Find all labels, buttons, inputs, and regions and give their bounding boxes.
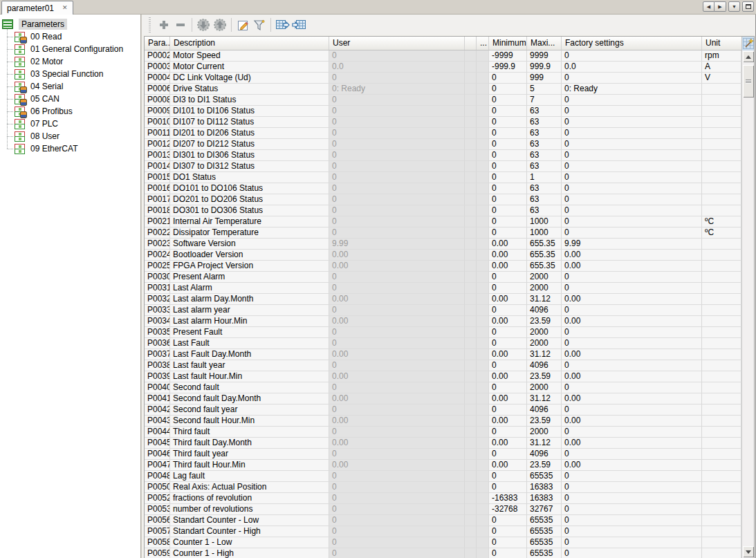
cell-param[interactable]: P0044 bbox=[145, 427, 170, 438]
table-row[interactable]: P0042 Second fault year 0 0 4096 0 bbox=[145, 404, 741, 416]
read-from-device-button[interactable] bbox=[212, 17, 228, 33]
cell-unit[interactable] bbox=[702, 150, 741, 161]
cell-description[interactable]: DI301 to DI306 Status bbox=[170, 150, 329, 161]
cell-unit[interactable] bbox=[702, 250, 741, 261]
table-row[interactable]: P0057 Standart Counter - High 0 0 65535 … bbox=[145, 526, 741, 537]
cell-unit[interactable] bbox=[702, 404, 741, 416]
tree-item-04-serial[interactable]: 04 Serial bbox=[0, 80, 140, 93]
cell-user[interactable]: 0 bbox=[329, 360, 465, 371]
cell-param[interactable]: P0045 bbox=[145, 438, 170, 449]
table-row[interactable]: P0025 FPGA Project Version 0.00 0.00 655… bbox=[145, 261, 741, 272]
cell-user[interactable]: 0 bbox=[329, 449, 465, 460]
cell-param[interactable]: P0025 bbox=[145, 261, 170, 272]
table-row[interactable]: P0035 Present Fault 0 0 2000 0 bbox=[145, 327, 741, 338]
cell-minimum[interactable]: 0 bbox=[489, 327, 527, 338]
cell-description[interactable]: Software Version bbox=[170, 239, 329, 250]
table-row[interactable]: P0032 Last alarm Day.Month 0.00 0.00 31.… bbox=[145, 294, 741, 305]
cell-factory-settings[interactable]: 0 bbox=[562, 117, 702, 128]
cell-minimum[interactable]: 0 bbox=[489, 449, 527, 460]
cell-factory-settings[interactable]: 0 bbox=[562, 305, 702, 316]
cell-options[interactable] bbox=[477, 227, 489, 239]
cell-param[interactable]: P0034 bbox=[145, 316, 170, 327]
cell-description[interactable]: Second fault Hour.Min bbox=[170, 416, 329, 427]
cell-factory-settings[interactable]: 0 bbox=[562, 161, 702, 172]
cell-factory-settings[interactable]: 0 bbox=[562, 537, 702, 548]
cell-unit[interactable] bbox=[702, 172, 741, 183]
cell-description[interactable]: Present Alarm bbox=[170, 272, 329, 283]
cell-factory-settings[interactable]: 0.00 bbox=[562, 416, 702, 427]
cell-description[interactable]: Last alarm Day.Month bbox=[170, 294, 329, 305]
cell-unit[interactable] bbox=[702, 515, 741, 526]
cell-user[interactable]: 0.00 bbox=[329, 416, 465, 427]
cell-factory-settings[interactable]: 0 bbox=[562, 382, 702, 393]
cell-minimum[interactable]: 0 bbox=[489, 194, 527, 205]
cell-user[interactable]: 0 bbox=[329, 471, 465, 482]
cell-description[interactable]: DI307 to DI312 Status bbox=[170, 161, 329, 172]
cell-maximum[interactable]: 31.12 bbox=[527, 393, 562, 404]
cell-factory-settings[interactable]: 0 bbox=[562, 50, 702, 62]
cell-factory-settings[interactable]: 0.00 bbox=[562, 250, 702, 261]
cell-description[interactable]: Third fault bbox=[170, 427, 329, 438]
cell-factory-settings[interactable]: 0 bbox=[562, 106, 702, 117]
cell-options[interactable] bbox=[477, 316, 489, 327]
cell-unit[interactable] bbox=[702, 460, 741, 471]
cell-unit[interactable] bbox=[702, 382, 741, 393]
cell-description[interactable]: Drive Status bbox=[170, 84, 329, 95]
cell-factory-settings[interactable]: 0 bbox=[562, 227, 702, 239]
table-row[interactable]: P0056 Standart Counter - Low 0 0 65535 0 bbox=[145, 515, 741, 526]
table-row[interactable]: P0003 Motor Current 0.0 -999.9 999.9 0.0… bbox=[145, 62, 741, 73]
table-row[interactable]: P0038 Last fault year 0 0 4096 0 bbox=[145, 360, 741, 371]
cell-factory-settings[interactable]: 0 bbox=[562, 95, 702, 106]
cell-user[interactable]: 0.00 bbox=[329, 371, 465, 382]
tree-item-06-profibus[interactable]: 06 Profibus bbox=[0, 105, 140, 118]
cell-options[interactable] bbox=[477, 50, 489, 62]
column-header-param[interactable]: Para... bbox=[145, 37, 170, 50]
cell-factory-settings[interactable]: 0.00 bbox=[562, 316, 702, 327]
cell-options[interactable] bbox=[477, 515, 489, 526]
cell-description[interactable]: Standart Counter - High bbox=[170, 526, 329, 537]
tree-item-01-general-configuration[interactable]: 01 General Configuration bbox=[0, 43, 140, 55]
cell-factory-settings[interactable]: 0 bbox=[562, 283, 702, 294]
cell-unit[interactable] bbox=[702, 416, 741, 427]
cell-user[interactable]: 0 bbox=[329, 327, 465, 338]
cell-user[interactable]: 0 bbox=[329, 73, 465, 84]
cell-maximum[interactable]: 63 bbox=[527, 150, 562, 161]
tab-parameter01[interactable]: parameter01 ✕ bbox=[1, 1, 73, 15]
table-row[interactable]: P0036 Last Fault 0 0 2000 0 bbox=[145, 338, 741, 349]
cell-minimum[interactable]: 0 bbox=[489, 117, 527, 128]
column-header-factory[interactable]: Factory settings bbox=[562, 37, 702, 50]
cell-maximum[interactable]: 1000 bbox=[527, 227, 562, 239]
cell-factory-settings[interactable]: 0 bbox=[562, 471, 702, 482]
cell-maximum[interactable]: 63 bbox=[527, 106, 562, 117]
column-header-min[interactable]: Minimum bbox=[489, 37, 527, 50]
cell-maximum[interactable]: 655.35 bbox=[527, 250, 562, 261]
cell-options[interactable] bbox=[477, 349, 489, 360]
cell-factory-settings[interactable]: 0 bbox=[562, 504, 702, 515]
cell-maximum[interactable]: 63 bbox=[527, 139, 562, 150]
cell-unit[interactable] bbox=[702, 338, 741, 349]
cell-maximum[interactable]: 2000 bbox=[527, 427, 562, 438]
table-row[interactable]: P0024 Bootloader Version 0.00 0.00 655.3… bbox=[145, 250, 741, 261]
cell-param[interactable]: P0002 bbox=[145, 50, 170, 62]
cell-unit[interactable] bbox=[702, 548, 741, 558]
tree-item-08-user[interactable]: 08 User bbox=[0, 130, 140, 142]
cell-description[interactable]: Counter 1 - High bbox=[170, 548, 329, 558]
cell-factory-settings[interactable]: 0 bbox=[562, 128, 702, 139]
cell-param[interactable]: P0048 bbox=[145, 471, 170, 482]
cell-param[interactable]: P0041 bbox=[145, 393, 170, 404]
cell-unit[interactable] bbox=[702, 239, 741, 250]
cell-description[interactable]: DO301 to DO306 Status bbox=[170, 205, 329, 216]
cell-minimum[interactable]: 0 bbox=[489, 216, 527, 227]
cell-param[interactable]: P0059 bbox=[145, 548, 170, 558]
cell-factory-settings[interactable]: 0 bbox=[562, 338, 702, 349]
table-row[interactable]: P0010 DI107 to DI112 Status 0 0 63 0 bbox=[145, 117, 741, 128]
cell-factory-settings[interactable]: 0 bbox=[562, 449, 702, 460]
cell-unit[interactable] bbox=[702, 427, 741, 438]
cell-minimum[interactable]: 0.00 bbox=[489, 460, 527, 471]
cell-param[interactable]: P0012 bbox=[145, 139, 170, 150]
cell-maximum[interactable]: 4096 bbox=[527, 360, 562, 371]
column-header-dots[interactable]: ... bbox=[477, 37, 489, 50]
tree-item-03-special-function[interactable]: 03 Special Function bbox=[0, 68, 140, 80]
cell-minimum[interactable]: 0 bbox=[489, 360, 527, 371]
scrollbar-thumb[interactable] bbox=[743, 65, 754, 97]
